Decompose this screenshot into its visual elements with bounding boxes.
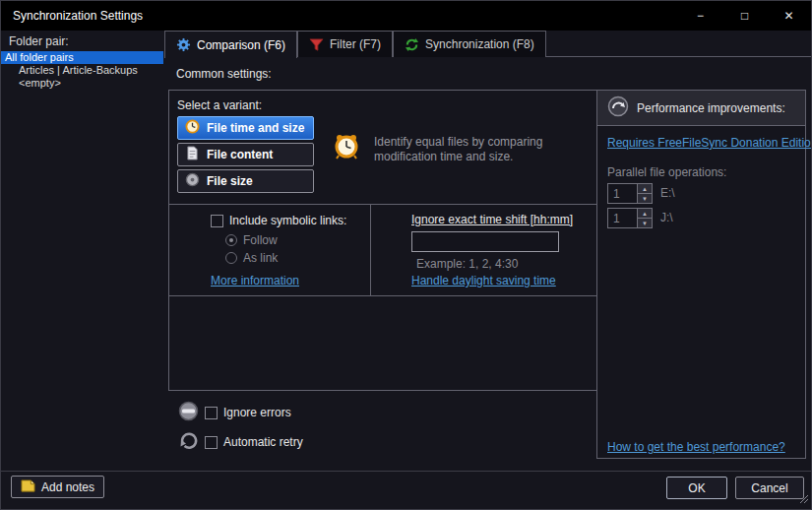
more-information-link[interactable]: More information xyxy=(211,274,299,287)
tab-filter-label: Filter (F7) xyxy=(330,37,381,51)
parallel-operations-label: Parallel file operations: xyxy=(607,165,726,179)
note-icon xyxy=(21,478,35,496)
best-performance-link[interactable]: How to get the best performance? xyxy=(607,440,785,454)
dst-row: Handle daylight saving time xyxy=(411,274,556,287)
variant-panel: Select a variant: File time and size xyxy=(168,90,597,205)
performance-icon xyxy=(607,96,629,120)
tab-bar: Comparison (F6) Filter (F7) Synchronizat… xyxy=(164,31,546,57)
add-notes-button[interactable]: Add notes xyxy=(11,476,104,498)
aslink-radio-label: As link xyxy=(243,251,278,265)
folder-pair-item-articles[interactable]: Articles | Article-Backups xyxy=(1,64,163,77)
titlebar: Synchronization Settings − □ ✕ xyxy=(1,1,811,31)
footer-divider xyxy=(1,471,811,472)
aslink-radio[interactable] xyxy=(225,252,237,264)
variant-file-content-label: File content xyxy=(207,148,273,161)
time-shift-input[interactable] xyxy=(411,231,559,252)
document-icon xyxy=(185,146,200,163)
cancel-label: Cancel xyxy=(751,481,787,495)
donation-edition-link[interactable]: Requires FreeFileSync Donation Edition xyxy=(607,136,812,150)
folder-pair-item-empty[interactable]: <empty> xyxy=(1,77,163,90)
ok-label: OK xyxy=(688,481,705,495)
disk-icon xyxy=(185,172,200,190)
automatic-retry-icon xyxy=(178,430,199,454)
time-shift-label: Ignore exact time shift [hh:mm] xyxy=(411,213,573,226)
variant-file-time-size-button[interactable]: File time and size xyxy=(177,116,314,140)
follow-radio-label: Follow xyxy=(243,233,278,247)
ignore-errors-icon xyxy=(178,401,199,424)
minimize-button[interactable]: − xyxy=(678,1,722,31)
aslink-radio-row[interactable]: As link xyxy=(225,251,278,265)
common-settings-label: Common settings: xyxy=(176,67,272,81)
tab-comparison[interactable]: Comparison (F6) xyxy=(164,31,297,58)
tab-synchronization-label: Synchronization (F8) xyxy=(425,37,534,51)
more-information-row: More information xyxy=(211,274,299,287)
variant-file-content-button[interactable]: File content xyxy=(177,143,314,166)
close-button[interactable]: ✕ xyxy=(767,1,811,31)
time-shift-panel: Ignore exact time shift [hh:mm] Example:… xyxy=(370,204,597,296)
automatic-retry-checkbox[interactable] xyxy=(205,436,218,449)
spinner-up-icon[interactable]: ▲ xyxy=(638,209,652,219)
spinner-down-icon[interactable]: ▼ xyxy=(638,219,652,227)
sync-arrows-icon xyxy=(405,37,419,52)
comparison-gear-icon xyxy=(176,37,191,52)
follow-radio-row[interactable]: Follow xyxy=(225,233,278,247)
performance-header-label: Performance improvements: xyxy=(637,101,785,115)
window-title: Synchronization Settings xyxy=(13,9,143,23)
spinner-arrows-j[interactable]: ▲▼ xyxy=(637,209,652,227)
drive-e-label: E:\ xyxy=(660,186,675,200)
folder-pair-label: Folder pair: xyxy=(9,34,69,48)
automatic-retry-row[interactable]: Automatic retry xyxy=(178,430,303,454)
folder-pair-list: All folder pairs Articles | Article-Back… xyxy=(1,51,163,90)
clock-icon xyxy=(185,119,200,137)
folder-pair-item-all[interactable]: All folder pairs xyxy=(1,51,163,64)
spinner-down-icon[interactable]: ▼ xyxy=(638,194,652,203)
filter-funnel-icon xyxy=(309,37,324,52)
follow-radio[interactable] xyxy=(225,234,237,246)
spinner-arrows-e[interactable]: ▲▼ xyxy=(637,184,652,203)
ignore-errors-row[interactable]: Ignore errors xyxy=(178,401,291,424)
symlinks-panel: Include symbolic links: Follow As link M… xyxy=(168,204,371,296)
drive-j-label: J:\ xyxy=(660,211,673,224)
ignore-errors-checkbox[interactable] xyxy=(205,407,218,419)
automatic-retry-label: Automatic retry xyxy=(223,435,303,449)
synchronization-settings-dialog: Synchronization Settings − □ ✕ Folder pa… xyxy=(0,0,812,510)
alarm-clock-icon xyxy=(333,133,360,163)
tab-comparison-label: Comparison (F6) xyxy=(197,38,285,52)
tab-filter[interactable]: Filter (F7) xyxy=(297,31,393,57)
variant-description: Identify equal files by comparing modifi… xyxy=(374,135,586,164)
time-shift-example: Example: 1, 2, 4:30 xyxy=(416,257,518,271)
cancel-button[interactable]: Cancel xyxy=(735,477,804,499)
include-symlinks-row[interactable]: Include symbolic links: xyxy=(211,214,346,227)
tab-synchronization[interactable]: Synchronization (F8) xyxy=(393,31,546,57)
ok-button[interactable]: OK xyxy=(666,477,727,499)
variant-file-size-label: File size xyxy=(207,174,253,188)
donation-row: Requires FreeFileSync Donation Edition xyxy=(607,136,812,150)
spinner-up-icon[interactable]: ▲ xyxy=(638,184,652,194)
parallel-spinner-e-value: 1 xyxy=(608,184,637,203)
maximize-button[interactable]: □ xyxy=(722,1,767,31)
dst-link[interactable]: Handle daylight saving time xyxy=(411,274,556,287)
select-variant-label: Select a variant: xyxy=(177,98,262,112)
include-symlinks-label: Include symbolic links: xyxy=(229,214,346,227)
variant-file-size-button[interactable]: File size xyxy=(177,169,314,193)
parallel-spinner-j-value: 1 xyxy=(608,209,637,227)
performance-header: Performance improvements: xyxy=(597,91,805,126)
resize-grip-icon[interactable] xyxy=(797,492,809,507)
window-controls: − □ ✕ xyxy=(678,1,811,31)
add-notes-label: Add notes xyxy=(41,480,94,494)
ignore-errors-label: Ignore errors xyxy=(223,406,291,419)
variant-file-time-size-label: File time and size xyxy=(207,121,304,135)
parallel-spinner-e[interactable]: 1 ▲▼ xyxy=(607,183,653,204)
parallel-spinner-j[interactable]: 1 ▲▼ xyxy=(607,208,653,228)
performance-panel: Performance improvements: Requires FreeF… xyxy=(596,90,806,459)
best-performance-row: How to get the best performance? xyxy=(607,440,785,454)
empty-panel xyxy=(168,295,597,391)
include-symlinks-checkbox[interactable] xyxy=(211,215,223,227)
